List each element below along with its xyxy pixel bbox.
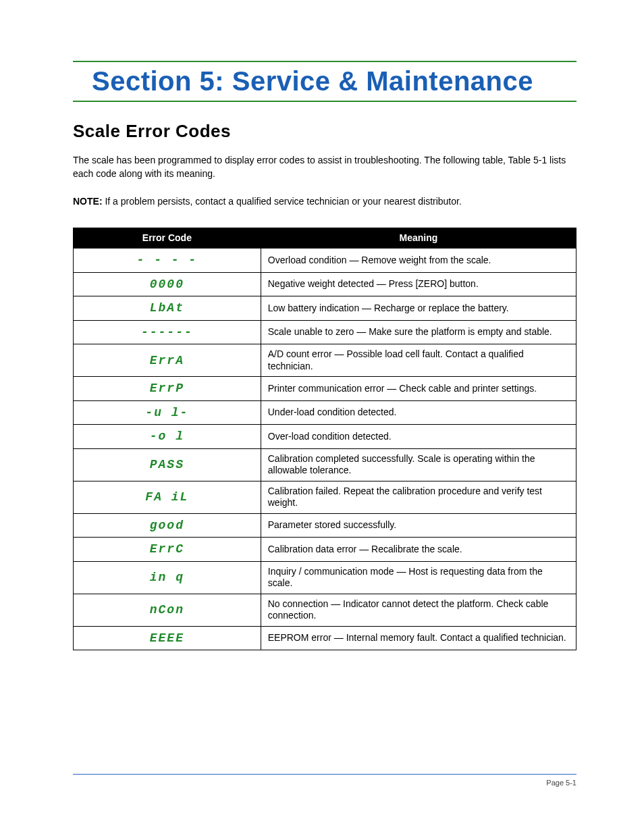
note-paragraph: NOTE: If a problem persists, contact a q… [73,195,576,209]
meaning-cell: Calibration data error — Recalibrate the… [261,538,576,562]
meaning-cell: Parameter stored successfully. [261,513,576,538]
th-error-code: Error Code [74,228,261,249]
meaning-cell: No connection — Indicator cannot detect … [261,594,576,626]
table-row: good Parameter stored successfully. [74,513,576,538]
meaning-cell: Overload condition — Remove weight from … [261,249,576,273]
code-display: EEEE [150,631,184,645]
code-display: LbAt [150,301,184,315]
table-row: ErrC Calibration data error — Recalibrat… [74,538,576,562]
table-row: PASS Calibration completed successfully.… [74,448,576,481]
page-footer: Page 5-1 [73,774,576,787]
section-rule-bottom [73,101,576,102]
note-label: NOTE: [73,196,103,207]
code-display: FA iL [145,490,188,504]
section-title: Section 5: Service & Maintenance [92,66,576,97]
code-display: -u l- [145,406,188,419]
intro-paragraph: The scale has been programmed to display… [73,154,576,180]
code-display: good [150,519,184,532]
meaning-cell: A/D count error — Possible load cell fau… [261,344,576,377]
footer-rule [73,774,576,775]
meaning-cell: Over-load condition detected. [261,425,576,449]
code-display: in q [150,571,184,584]
table-row: in q Inquiry / communication mode — Host… [74,561,576,594]
meaning-cell: Under-load condition detected. [261,400,576,425]
section-rule-top [73,61,576,62]
table-row: ErrA A/D count error — Possible load cel… [74,344,576,377]
footer-right: Page 5-1 [546,779,576,787]
table-row: LbAt Low battery indication — Recharge o… [74,296,576,321]
meaning-cell: Calibration failed. Repeat the calibrati… [261,481,576,513]
code-display: 0000 [150,278,184,291]
table-header-row: Error Code Meaning [74,228,576,249]
code-display: ErrC [150,542,184,556]
code-display: ------ [141,325,193,339]
meaning-cell: Calibration completed successfully. Scal… [261,448,576,481]
code-display: -o l [150,429,184,443]
meaning-cell: EEPROM error — Internal memory fault. Co… [261,626,576,650]
table-row: - - - - Overload condition — Remove weig… [74,249,576,273]
meaning-cell: Scale unable to zero — Make sure the pla… [261,320,576,344]
table-row: nCon No connection — Indicator cannot de… [74,594,576,626]
code-display: ErrP [150,382,184,395]
meaning-cell: Printer communication error — Check cabl… [261,377,576,401]
th-meaning: Meaning [261,228,576,249]
table-row: 0000 Negative weight detected — Press [Z… [74,272,576,296]
table-row: -u l- Under-load condition detected. [74,400,576,425]
meaning-cell: Inquiry / communication mode — Host is r… [261,561,576,594]
table-row: EEEE EEPROM error — Internal memory faul… [74,626,576,650]
table-row: FA iL Calibration failed. Repeat the cal… [74,481,576,513]
table-row: ErrP Printer communication error — Check… [74,377,576,401]
meaning-cell: Negative weight detected — Press [ZERO] … [261,272,576,296]
table-row: ------ Scale unable to zero — Make sure … [74,320,576,344]
code-display: nCon [150,603,184,617]
meaning-cell: Low battery indication — Recharge or rep… [261,296,576,321]
error-codes-table: Error Code Meaning - - - - Overload cond… [73,228,576,651]
page: Section 5: Service & Maintenance Scale E… [0,0,644,834]
code-display: PASS [150,458,184,471]
note-text: If a problem persists, contact a qualifi… [103,196,462,207]
subsection-title: Scale Error Codes [73,121,576,142]
code-display: ErrA [150,354,184,367]
table-row: -o l Over-load condition detected. [74,425,576,449]
code-display: - - - - [137,253,198,267]
